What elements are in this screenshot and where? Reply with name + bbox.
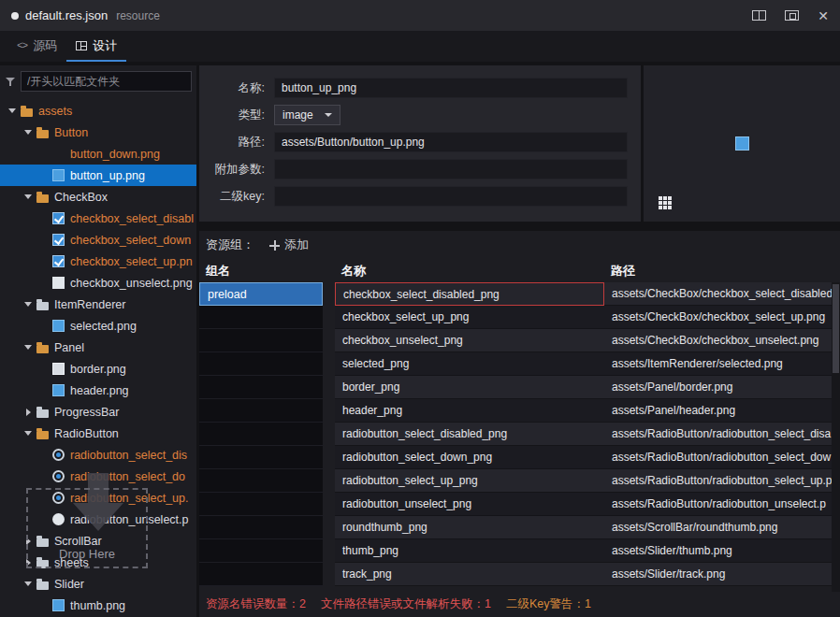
checkbox-unchecked-icon (52, 277, 65, 289)
collapse-arrow-icon[interactable] (22, 581, 35, 586)
resource-path-cell[interactable]: assets/CheckBox/checkbox_select_disabled… (604, 282, 832, 306)
image-preview (736, 137, 748, 150)
design-icon (76, 41, 87, 50)
resource-name-cell[interactable]: radiobutton_select_down_png (335, 446, 604, 469)
name-field[interactable] (274, 78, 628, 98)
expand-arrow-icon[interactable] (22, 409, 35, 416)
tree-item[interactable]: assets (0, 100, 196, 122)
grid-view-icon[interactable] (659, 196, 662, 200)
file-filter-input[interactable] (21, 71, 192, 92)
table-scrollbar[interactable] (832, 282, 840, 592)
resource-path-cell[interactable]: assets/RadioButton/radiobutton_select_do… (604, 446, 832, 469)
resource-path-cell[interactable]: assets/Slider/thumb.png (604, 539, 832, 563)
group-cell-preload[interactable]: preload (199, 282, 323, 306)
resource-name-cell[interactable]: roundthumb_png (335, 516, 604, 539)
resource-path-cell[interactable]: assets/RadioButton/radiobutton_select_di… (604, 423, 832, 446)
tree-item-label: Slider (54, 578, 84, 591)
tree-item[interactable]: radiobutton_select_dis (0, 444, 196, 466)
resource-name-cell[interactable]: radiobutton_select_disabled_png (335, 423, 604, 446)
resource-name-cell[interactable]: checkbox_select_disabled_png (335, 282, 604, 306)
collapse-arrow-icon[interactable] (22, 302, 35, 307)
tree-item[interactable]: CheckBox (0, 186, 196, 208)
resource-name-cell[interactable]: checkbox_select_up_png (335, 306, 604, 329)
tree-item[interactable]: RadioButton (0, 423, 196, 444)
tree-item-label: RadioButton (54, 427, 119, 440)
tab-source[interactable]: <> 源码 (7, 31, 66, 62)
tree-item-label: radiobutton_select_dis (70, 449, 187, 462)
resource-path-cell[interactable]: assets/RadioButton/radiobutton_unselect.… (604, 493, 832, 516)
group-cell-empty (199, 446, 323, 469)
tree-item[interactable]: header.png (0, 380, 196, 401)
extra-params-field[interactable] (274, 159, 628, 179)
resource-name-cell[interactable]: radiobutton_select_up_png (335, 469, 604, 493)
preview-panel (644, 65, 840, 222)
chevron-down-icon (325, 113, 332, 117)
checkbox-checked-icon (52, 212, 65, 224)
type-dropdown[interactable]: image (274, 105, 340, 125)
group-cell-empty (199, 399, 323, 423)
group-column-body: preload (199, 282, 323, 586)
resource-path-cell[interactable]: assets/CheckBox/checkbox_unselect.png (604, 329, 832, 352)
group-cell-empty (199, 376, 323, 399)
resource-name-cell[interactable]: track_png (335, 563, 604, 586)
type-dropdown-value: image (282, 108, 313, 122)
resource-name-cell[interactable]: header_png (335, 399, 604, 423)
resource-path-cell[interactable]: assets/Slider/track.png (604, 563, 832, 586)
tree-item[interactable]: checkbox_select_up.pn (0, 251, 196, 272)
group-cell-empty (199, 469, 323, 493)
tree-item[interactable]: Slider (0, 573, 196, 595)
collapse-arrow-icon[interactable] (22, 345, 35, 350)
drop-target-overlay: Drop Here (26, 488, 148, 568)
tree-item[interactable]: checkbox_select_disabl (0, 208, 196, 229)
resource-name-cell[interactable]: selected_png (335, 352, 604, 376)
resource-path-cell[interactable]: assets/Panel/header.png (604, 399, 832, 423)
folder-icon (36, 298, 49, 310)
group-column: 组名 preload (199, 259, 323, 592)
code-icon: <> (17, 40, 27, 51)
tree-item[interactable]: thumb.png (0, 595, 196, 616)
folder-icon (36, 126, 49, 138)
image-file-icon (52, 384, 65, 396)
tree-item[interactable]: Button (0, 122, 196, 143)
add-group-button[interactable]: 添加 (269, 237, 309, 253)
image-file-icon (52, 599, 65, 611)
secondary-key-field[interactable] (274, 186, 628, 207)
close-icon[interactable]: ✕ (818, 9, 829, 22)
resource-name-cell[interactable]: border_png (335, 376, 604, 399)
split-columns-icon[interactable] (752, 10, 766, 21)
resource-name-cell[interactable]: checkbox_unselect_png (335, 329, 604, 352)
resource-name-cell[interactable]: thumb_png (335, 539, 604, 563)
collapse-arrow-icon[interactable] (22, 130, 35, 135)
collapse-arrow-icon[interactable] (22, 431, 35, 436)
main-panel: 名称: 类型: image 路径: 附加参数: (199, 65, 840, 617)
collapse-arrow-icon[interactable] (6, 108, 19, 113)
tree-item[interactable]: ProgressBar (0, 401, 196, 423)
name-column: 名称 checkbox_select_disabled_pngcheckbox_… (335, 259, 604, 592)
resource-path-cell[interactable]: assets/Panel/border.png (604, 376, 832, 399)
filter-icon (6, 77, 16, 87)
group-cell-empty (199, 423, 323, 446)
path-field[interactable] (274, 132, 628, 152)
folder-icon (36, 341, 49, 353)
tree-item[interactable]: selected.png (0, 315, 196, 337)
split-editor-icon[interactable] (785, 10, 799, 21)
resource-path-cell[interactable]: assets/ScrollBar/roundthumb.png (604, 516, 832, 539)
tree-item-label: button_down.png (70, 148, 160, 161)
tree-item[interactable]: button_down.png (0, 143, 196, 165)
image-file-icon (52, 169, 65, 181)
tree-item[interactable]: checkbox_unselect.png (0, 272, 196, 294)
image-file-icon (52, 320, 65, 332)
resource-path-cell[interactable]: assets/CheckBox/checkbox_select_up.png (604, 306, 832, 329)
tree-item[interactable]: checkbox_select_down (0, 229, 196, 251)
resource-path-cell[interactable]: assets/ItemRenderer/selected.png (604, 352, 832, 376)
tab-design[interactable]: 设计 (66, 31, 126, 62)
tree-item[interactable]: button_up.png (0, 165, 196, 186)
collapse-arrow-icon[interactable] (22, 194, 35, 199)
resource-name-cell[interactable]: radiobutton_unselect_png (335, 493, 604, 516)
table-scrollbar-thumb[interactable] (833, 284, 839, 373)
tree-item[interactable]: border.png (0, 358, 196, 380)
tree-item[interactable]: ItemRenderer (0, 294, 196, 315)
resource-table: 组名 preload 名称 checkbox_select_disabled_p… (199, 259, 840, 592)
tree-item[interactable]: Panel (0, 337, 196, 358)
resource-path-cell[interactable]: assets/RadioButton/radiobutton_select_up… (604, 469, 832, 493)
